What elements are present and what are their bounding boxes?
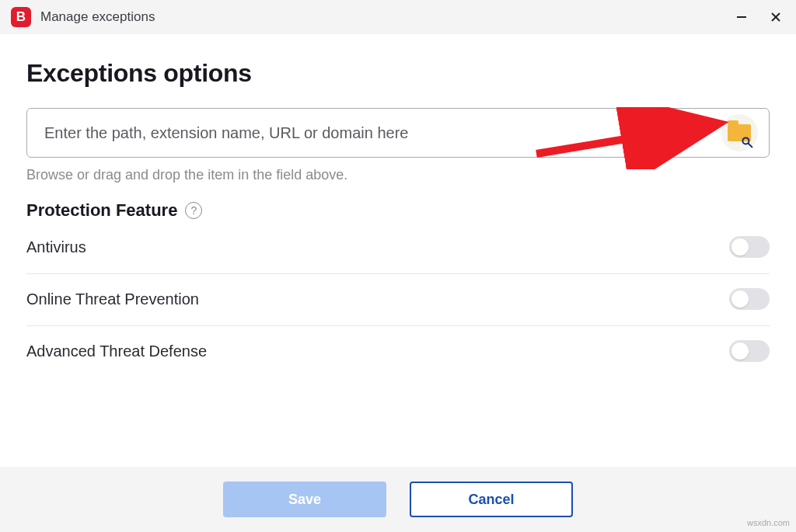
content-area: Exceptions options Browse or drag and dr… [0, 34, 796, 377]
svg-line-4 [749, 144, 752, 148]
feature-label: Antivirus [26, 238, 86, 256]
hint-text: Browse or drag and drop the item in the … [26, 167, 770, 183]
path-input-container [26, 108, 770, 158]
close-button[interactable] [763, 5, 788, 30]
feature-row-antivirus: Antivirus [26, 231, 770, 274]
save-button[interactable]: Save [223, 482, 386, 517]
page-heading: Exceptions options [26, 59, 770, 88]
path-input[interactable] [44, 109, 721, 157]
window-title: Manage exceptions [40, 9, 720, 25]
toggle-antivirus[interactable] [729, 236, 770, 258]
protection-feature-header: Protection Feature ? [26, 200, 770, 221]
titlebar: B Manage exceptions [0, 0, 796, 34]
watermark-text: wsxdn.com [747, 518, 790, 527]
feature-row-online-threat: Online Threat Prevention [26, 274, 770, 326]
help-icon[interactable]: ? [185, 202, 202, 219]
cancel-button[interactable]: Cancel [410, 482, 573, 517]
feature-row-advanced-threat: Advanced Threat Defense [26, 326, 770, 377]
toggle-online-threat[interactable] [729, 288, 770, 310]
magnifier-icon [741, 136, 753, 148]
toggle-advanced-threat[interactable] [729, 340, 770, 362]
feature-label: Online Threat Prevention [26, 290, 199, 308]
app-logo-icon: B [11, 7, 31, 27]
footer-bar: Save Cancel [0, 467, 796, 532]
feature-label: Advanced Threat Defense [26, 342, 207, 360]
section-label: Protection Feature [26, 200, 177, 221]
browse-button[interactable] [721, 114, 758, 151]
minimize-button[interactable] [729, 5, 754, 30]
